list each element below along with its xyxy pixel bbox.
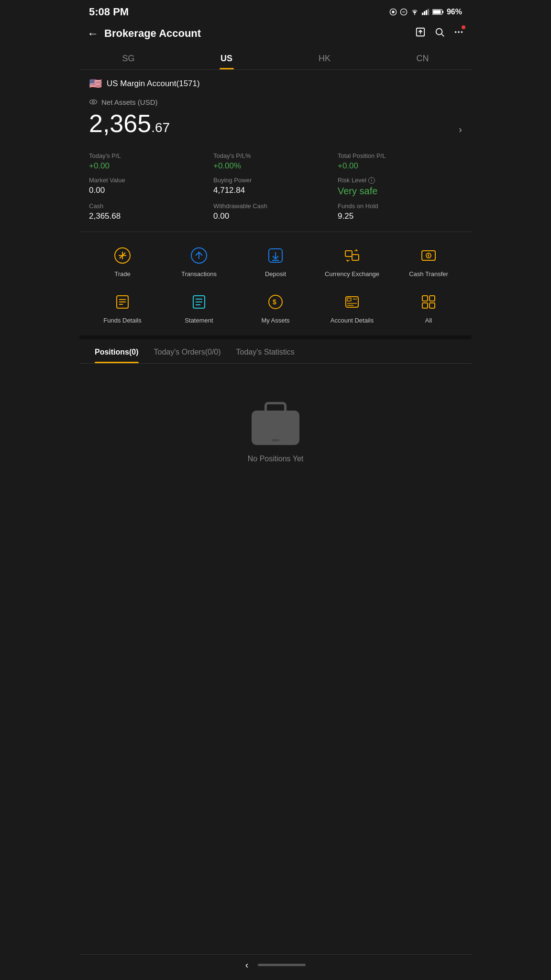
location-icon xyxy=(389,8,397,16)
tab-statistics[interactable]: Today's Statistics xyxy=(229,339,302,363)
transactions-label: Transactions xyxy=(181,270,217,278)
action-funds-details[interactable]: Funds Details xyxy=(84,288,161,328)
trade-label: Trade xyxy=(114,270,130,278)
svg-rect-49 xyxy=(422,296,428,301)
svg-point-16 xyxy=(458,31,460,33)
statement-label: Statement xyxy=(185,317,213,325)
svg-rect-50 xyxy=(430,296,435,301)
svg-rect-7 xyxy=(426,10,427,15)
tab-cn[interactable]: CN xyxy=(374,49,472,69)
status-bar: 5:08 PM 96% xyxy=(79,0,472,22)
briefcase-handle xyxy=(264,402,287,412)
svg-rect-11 xyxy=(442,11,443,13)
net-assets-chevron[interactable]: › xyxy=(459,124,462,135)
risk-info-icon[interactable]: i xyxy=(368,177,375,184)
quick-actions-row1: Trade Transactions Deposit xyxy=(79,232,472,286)
stat-todays-pl-pct: Today's P/L% +0.00% xyxy=(213,149,338,174)
status-time: 5:08 PM xyxy=(89,6,129,18)
funds-details-icon xyxy=(111,291,133,313)
deposit-label: Deposit xyxy=(265,270,286,278)
svg-rect-5 xyxy=(422,13,423,15)
funds-details-label: Funds Details xyxy=(103,317,141,325)
currency-exchange-icon xyxy=(341,245,363,267)
svg-rect-6 xyxy=(424,11,425,15)
stat-buying-power: Buying Power 4,712.84 xyxy=(213,174,338,200)
svg-rect-29 xyxy=(352,255,359,260)
svg-rect-45 xyxy=(347,298,351,301)
header: ← Brokerage Account xyxy=(79,22,472,45)
net-assets-value: 2,365.67 xyxy=(89,109,170,138)
svg-rect-51 xyxy=(422,303,428,308)
tab-us[interactable]: US xyxy=(177,49,276,69)
svg-point-13 xyxy=(436,29,442,35)
stat-total-position-pl: Total Position P/L +0.00 xyxy=(338,149,462,174)
search-icon xyxy=(434,27,445,37)
stat-todays-pl: Today's P/L +0.00 xyxy=(89,149,213,174)
nav-back-button[interactable]: ‹ xyxy=(245,959,249,970)
my-assets-icon: $ xyxy=(264,291,287,313)
account-details-label: Account Details xyxy=(331,317,374,325)
battery-icon xyxy=(432,9,444,15)
cash-transfer-icon: $ xyxy=(418,245,440,267)
battery-level: 96% xyxy=(447,8,462,16)
svg-rect-10 xyxy=(433,10,441,14)
stat-funds-on-hold: Funds on Hold 9.25 xyxy=(338,200,462,224)
statement-icon xyxy=(188,291,210,313)
action-trade[interactable]: Trade xyxy=(84,242,161,281)
tab-orders[interactable]: Today's Orders(0/0) xyxy=(146,339,229,363)
deposit-icon xyxy=(264,245,287,267)
region-tabs: SG US HK CN xyxy=(79,45,472,70)
account-name: US Margin Account(1571) xyxy=(107,79,200,89)
stat-withdrawable-cash: Withdrawable Cash 0.00 xyxy=(213,200,338,224)
back-button[interactable]: ← xyxy=(87,27,99,40)
action-cash-transfer[interactable]: $ Cash Transfer xyxy=(390,242,467,281)
empty-state-text: No Positions Yet xyxy=(248,455,304,463)
svg-point-18 xyxy=(90,100,97,104)
action-statement[interactable]: Statement xyxy=(161,288,237,328)
briefcase-icon xyxy=(252,402,299,445)
action-deposit[interactable]: Deposit xyxy=(237,242,314,281)
tab-positions[interactable]: Positions(0) xyxy=(87,339,146,363)
tab-hk[interactable]: HK xyxy=(276,49,374,69)
all-icon xyxy=(418,291,440,313)
share-button[interactable] xyxy=(415,27,426,40)
currency-exchange-label: Currency Exchange xyxy=(325,270,379,278)
svg-text:$: $ xyxy=(428,254,430,257)
action-my-assets[interactable]: $ My Assets xyxy=(237,288,314,328)
svg-rect-8 xyxy=(428,9,429,15)
account-details-icon xyxy=(341,291,363,313)
search-button[interactable] xyxy=(434,27,445,40)
action-currency-exchange[interactable]: Currency Exchange xyxy=(314,242,390,281)
svg-point-1 xyxy=(392,11,394,13)
stat-risk-level: Risk Level i Very safe xyxy=(338,174,462,200)
home-indicator[interactable] xyxy=(258,964,306,966)
svg-point-4 xyxy=(414,14,415,15)
action-account-details[interactable]: Account Details xyxy=(314,288,390,328)
svg-rect-28 xyxy=(345,251,352,256)
section-divider xyxy=(79,335,472,339)
stats-grid: Today's P/L +0.00 Today's P/L% +0.00% To… xyxy=(79,145,472,232)
dnd-icon xyxy=(400,8,408,16)
action-all[interactable]: All xyxy=(390,288,467,328)
bottom-nav: ‹ xyxy=(79,954,472,980)
net-assets-row: 2,365.67 › xyxy=(89,109,462,138)
share-icon xyxy=(415,27,426,37)
svg-rect-52 xyxy=(430,303,435,308)
svg-point-15 xyxy=(455,31,457,33)
header-actions xyxy=(415,27,464,40)
stat-market-value: Market Value 0.00 xyxy=(89,174,213,200)
cash-transfer-label: Cash Transfer xyxy=(409,270,448,278)
svg-point-17 xyxy=(461,31,463,33)
flag-icon: 🇺🇸 xyxy=(89,78,102,90)
svg-line-14 xyxy=(441,34,444,36)
trade-icon xyxy=(111,245,133,267)
svg-point-19 xyxy=(92,101,95,103)
more-button[interactable] xyxy=(453,27,464,40)
action-transactions[interactable]: Transactions xyxy=(161,242,237,281)
wifi-icon xyxy=(410,9,419,15)
net-assets-section: Net Assets (USD) 2,365.67 › xyxy=(79,94,472,145)
tab-sg[interactable]: SG xyxy=(79,49,177,69)
net-assets-label: Net Assets (USD) xyxy=(89,98,462,106)
account-info: 🇺🇸 US Margin Account(1571) xyxy=(79,70,472,94)
empty-state: No Positions Yet xyxy=(79,364,472,492)
